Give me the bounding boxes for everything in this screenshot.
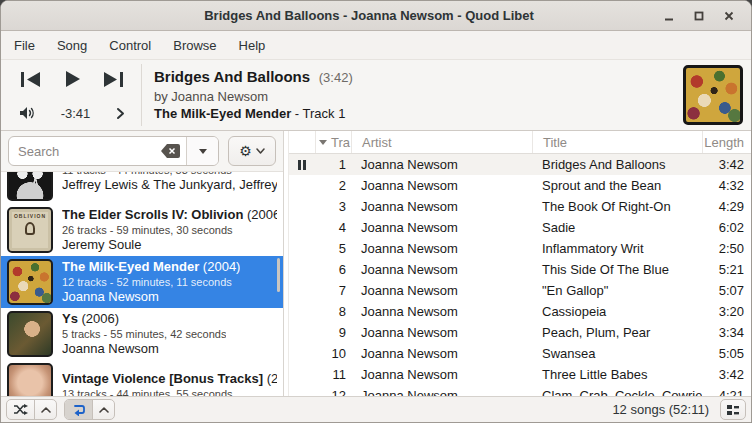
previous-button[interactable] [17,69,43,90]
table-row[interactable]: 7 Joanna Newsom "En Gallop" 5:07 [289,280,751,301]
playing-indicator-cell [289,196,315,217]
length-cell: 3:20 [702,301,751,322]
play-button[interactable] [62,68,83,90]
length-cell: 5:21 [702,259,751,280]
table-row[interactable]: 3 Joanna Newsom The Book Of Right-On 4:2… [289,196,751,217]
playing-indicator-cell [289,175,315,196]
table-row[interactable]: 4 Joanna Newsom Sadie 6:02 [289,217,751,238]
album-list-item[interactable]: The Milk-Eyed Mender (2004) 12 tracks - … [1,256,283,308]
track-cell: 6 [315,259,351,280]
track-cell: 10 [315,343,351,364]
maximize-icon [693,10,705,22]
clear-backspace-icon [161,144,180,158]
header-title[interactable]: Title [532,131,702,153]
album-list-item[interactable]: Vintage Violence [Bonus Tracks] (2001) 1… [1,360,283,396]
album-track-separator: - [291,106,302,121]
minimize-button[interactable] [659,6,679,26]
album-list-viewport: 11 tracks - 44 minutes, 53 seconds Jeffr… [1,171,283,396]
album-info: The Elder Scrolls IV: Oblivion (2006) 26… [62,207,277,253]
search-dropdown-button[interactable] [186,137,218,165]
album-title: The Elder Scrolls IV: Oblivion [62,207,243,222]
artist-cell: Joanna Newsom [351,154,532,175]
clear-search-button[interactable] [159,144,186,158]
album-art-thumb: OBLIVION [7,207,53,253]
next-button[interactable] [101,69,127,90]
menu-help[interactable]: Help [228,31,277,59]
song-duration: (3:42) [319,70,353,85]
track-cell: 1 [315,154,351,175]
album-title: Vintage Violence [Bonus Tracks] [62,371,263,386]
chevron-down-icon [199,149,207,154]
header-length[interactable]: Length [702,131,751,153]
search-input[interactable] [9,137,159,165]
menu-browse[interactable]: Browse [162,31,227,59]
header-track[interactable]: Tra [315,131,351,153]
length-cell: 5:05 [702,343,751,364]
playing-indicator-cell [289,385,315,396]
table-row[interactable]: 12 Joanna Newsom Clam, Crab, Cockle, Cow… [289,385,751,396]
album-details: 13 tracks - 44 minutes, 55 seconds [62,387,277,396]
album-year: (2006) [78,311,119,326]
now-playing-info: Bridges And Balloons (3:42) by Joanna Ne… [142,60,683,130]
album-artist: Joanna Newsom [62,341,226,357]
header-playing-indicator[interactable] [289,131,315,153]
album-name: The Milk-Eyed Mender [154,106,291,121]
length-cell: 3:42 [702,364,751,385]
playing-indicator-cell [289,259,315,280]
album-title: The Milk-Eyed Mender [62,259,199,274]
window-title: Bridges And Balloons - Joanna Newsom - Q… [1,8,647,23]
album-info: 11 tracks - 44 minutes, 53 seconds Jeffr… [62,171,277,193]
chevron-right-icon [116,107,125,120]
table-row[interactable]: 8 Joanna Newsom Cassiopeia 3:20 [289,301,751,322]
table-row[interactable]: 9 Joanna Newsom Peach, Plum, Pear 3:34 [289,322,751,343]
menu-file[interactable]: File [3,31,46,59]
track-cell: 5 [315,238,351,259]
length-cell: 4:21 [702,385,751,396]
album-title-line: Ys (2006) [62,311,226,327]
table-row[interactable]: 6 Joanna Newsom This Side Of The Blue 5:… [289,259,751,280]
table-row[interactable]: 5 Joanna Newsom Inflammatory Writ 2:50 [289,238,751,259]
album-list: 11 tracks - 44 minutes, 53 seconds Jeffr… [1,171,283,396]
artist-cell: Joanna Newsom [351,238,532,259]
table-row[interactable]: 10 Joanna Newsom Swansea 5:05 [289,343,751,364]
table-row[interactable]: 11 Joanna Newsom Three Little Babes 3:42 [289,364,751,385]
title-cell: Swansea [532,343,702,364]
chevron-down-icon [256,148,265,154]
album-info: Vintage Violence [Bonus Tracks] (2001) 1… [62,371,277,396]
close-button[interactable] [719,6,739,26]
album-browser-pane: ⚙ 11 tracks - 44 minutes, 53 seconds Jef… [1,131,284,396]
track-cell: 11 [315,364,351,385]
seek-expander-button[interactable] [114,105,127,122]
shuffle-options-button[interactable] [34,400,56,419]
playback-controls: -3:41 [1,60,141,130]
album-details: 12 tracks - 52 minutes, 11 seconds [62,275,240,289]
queue-button[interactable] [720,399,746,420]
maximize-button[interactable] [689,6,709,26]
now-playing-title-line: Bridges And Balloons (3:42) [154,66,675,88]
volume-button[interactable] [17,104,37,122]
menu-control[interactable]: Control [98,31,162,59]
artist-cell: Joanna Newsom [351,301,532,322]
repeat-options-button[interactable] [92,400,114,419]
minimize-icon [663,10,675,22]
menu-song[interactable]: Song [46,31,98,59]
album-details: 26 tracks - 59 minutes, 30 seconds [62,223,277,237]
sort-descending-icon [319,140,327,145]
album-cover-art [683,65,743,125]
titlebar[interactable]: Bridges And Balloons - Joanna Newsom - Q… [1,1,751,31]
header-artist[interactable]: Artist [351,131,532,153]
table-row[interactable]: 1 Joanna Newsom Bridges And Balloons 3:4… [289,154,751,175]
track-cell: 9 [315,322,351,343]
album-list-item[interactable]: OBLIVION The Elder Scrolls IV: Oblivion … [1,204,283,256]
browser-preferences-button[interactable]: ⚙ [228,136,276,166]
album-list-item[interactable]: Ys (2006) 5 tracks - 55 minutes, 42 seco… [1,308,283,360]
album-title: Ys [62,311,78,326]
album-list-scrollbar[interactable] [277,258,280,292]
shuffle-button[interactable] [7,400,34,419]
menubar: File Song Control Browse Help [1,31,751,60]
table-row[interactable]: 2 Joanna Newsom Sprout and the Bean 4:32 [289,175,751,196]
album-list-item[interactable]: 11 tracks - 44 minutes, 53 seconds Jeffr… [1,171,283,204]
repeat-button[interactable] [65,400,92,419]
quod-libet-window: Bridges And Balloons - Joanna Newsom - Q… [0,0,752,423]
title-cell: Cassiopeia [532,301,702,322]
